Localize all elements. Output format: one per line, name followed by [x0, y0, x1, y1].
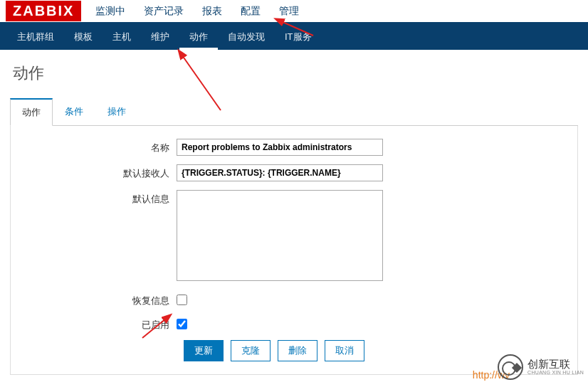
form-panel: 名称 默认接收人 默认信息 恢复信息 已启用 更新 克隆 删除 取消 [10, 126, 578, 375]
subnav-itservices[interactable]: IT服务 [275, 24, 322, 50]
subnav-actions[interactable]: 动作 [179, 24, 218, 50]
topnav-configuration[interactable]: 配置 [239, 2, 262, 21]
label-name: 名称 [23, 139, 177, 154]
clone-button[interactable]: 克隆 [231, 340, 271, 361]
checkbox-enabled[interactable] [177, 319, 187, 329]
input-name[interactable] [177, 139, 383, 156]
topnav-monitoring[interactable]: 监测中 [94, 2, 127, 21]
label-enabled: 已启用 [23, 316, 177, 332]
watermark-title: 创新互联 [527, 359, 584, 371]
logo: ZABBIX [6, 1, 81, 21]
subnav-hosts[interactable]: 主机 [103, 24, 141, 50]
subnav-maintenance[interactable]: 维护 [141, 24, 179, 50]
tab-operations[interactable]: 操作 [95, 98, 138, 126]
watermark-sub: CHUANG XIN HU LIAN [527, 370, 584, 375]
label-default-message: 默认信息 [23, 190, 177, 206]
watermark-icon [498, 354, 523, 375]
input-default-recipient[interactable] [177, 164, 383, 181]
cancel-button[interactable]: 取消 [325, 340, 364, 361]
label-default-recipient: 默认接收人 [23, 164, 177, 180]
topnav-inventory[interactable]: 资产记录 [142, 2, 185, 21]
subnav-hostgroups[interactable]: 主机群组 [7, 24, 64, 50]
sub-nav: 主机群组 模板 主机 维护 动作 自动发现 IT服务 [0, 24, 588, 50]
subnav-templates[interactable]: 模板 [64, 24, 103, 50]
textarea-default-message[interactable] [177, 190, 383, 281]
update-button[interactable]: 更新 [184, 340, 224, 361]
checkbox-recovery-message[interactable] [177, 295, 187, 305]
watermark: 创新互联 CHUANG XIN HU LIAN [498, 354, 584, 375]
row-name: 名称 [23, 139, 565, 156]
topnav-reports[interactable]: 报表 [201, 2, 224, 21]
top-bar: ZABBIX 监测中 资产记录 报表 配置 管理 [0, 0, 588, 24]
tab-conditions[interactable]: 条件 [53, 98, 95, 126]
page-title: 动作 [0, 50, 588, 92]
label-recovery-message: 恢复信息 [23, 292, 177, 307]
row-recovery-message: 恢复信息 [23, 292, 565, 307]
top-nav: 监测中 资产记录 报表 配置 管理 [94, 2, 300, 21]
topnav-admin[interactable]: 管理 [278, 2, 300, 21]
row-default-message: 默认信息 [23, 190, 565, 283]
row-default-recipient: 默认接收人 [23, 164, 565, 181]
tabs: 动作 条件 操作 [10, 98, 578, 126]
row-enabled: 已启用 [23, 316, 565, 332]
watermark-text: 创新互联 CHUANG XIN HU LIAN [527, 359, 584, 375]
delete-button[interactable]: 删除 [278, 340, 317, 361]
tab-action[interactable]: 动作 [10, 98, 53, 126]
